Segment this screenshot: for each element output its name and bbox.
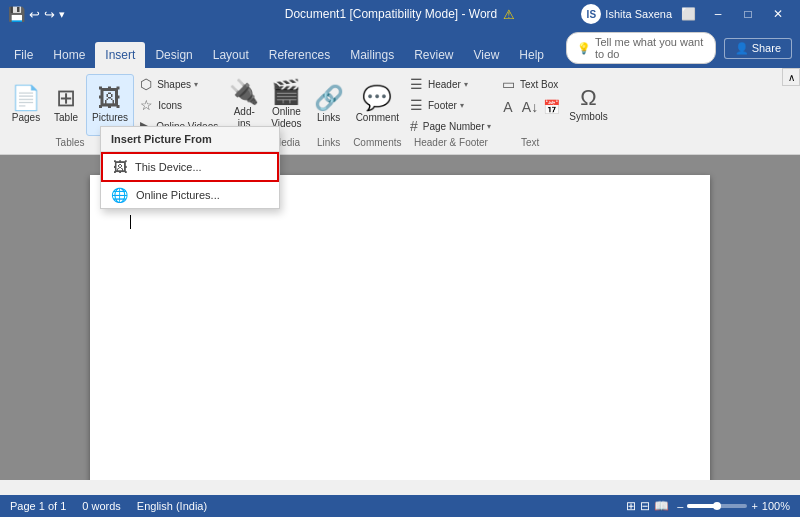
online-pictures-icon: 🌐 — [111, 187, 128, 203]
tab-references[interactable]: References — [259, 42, 340, 68]
tab-file[interactable]: File — [4, 42, 43, 68]
status-bar-right: ⊞ ⊟ 📖 – + 100% — [626, 499, 790, 513]
tab-layout[interactable]: Layout — [203, 42, 259, 68]
shapes-icon: ⬡ — [140, 76, 152, 92]
tab-review[interactable]: Review — [404, 42, 463, 68]
zoom-level: 100% — [762, 500, 790, 512]
restore-btn[interactable]: □ — [734, 0, 762, 28]
header-button[interactable]: ☰ Header ▾ — [406, 74, 496, 94]
group-header-footer-label: Header & Footer — [406, 137, 496, 148]
online-pictures-label: Online Pictures... — [136, 189, 220, 201]
icons-icon: ☆ — [140, 97, 153, 113]
customize-icon[interactable]: ▾ — [59, 8, 65, 21]
tab-help[interactable]: Help — [509, 42, 554, 68]
table-button[interactable]: ⊞ Table — [48, 74, 84, 136]
icons-button[interactable]: ☆ Icons — [136, 95, 216, 115]
video-icon: 🎬 — [271, 80, 301, 104]
tab-mailings[interactable]: Mailings — [340, 42, 404, 68]
minimize-btn[interactable]: – — [704, 0, 732, 28]
footer-arrow: ▾ — [460, 101, 464, 110]
title-bar-right: IS Ishita Saxena ⬜ – □ ✕ — [581, 0, 792, 28]
tab-insert[interactable]: Insert — [95, 42, 145, 68]
table-icon: ⊞ — [56, 86, 76, 110]
tab-home[interactable]: Home — [43, 42, 95, 68]
dropcap-button[interactable]: A↓ — [520, 97, 540, 117]
pages-button[interactable]: 📄 Pages — [6, 74, 46, 136]
group-links: 🔗 Links Links — [309, 72, 349, 150]
text-format-button[interactable]: A — [498, 97, 518, 117]
web-view-icon[interactable]: ⊟ — [640, 499, 650, 513]
tell-me-text: Tell me what you want to do — [595, 36, 705, 60]
shapes-arrow: ▾ — [194, 80, 198, 89]
status-bar: Page 1 of 1 0 words English (India) ⊞ ⊟ … — [0, 495, 800, 517]
zoom-out-icon[interactable]: – — [677, 500, 683, 512]
footer-icon: ☰ — [410, 97, 423, 113]
tell-me-input[interactable]: 💡 Tell me what you want to do — [566, 32, 716, 64]
group-text-label: Text — [498, 137, 562, 148]
comment-button[interactable]: 💬 Comment — [351, 74, 404, 136]
page-number-icon: # — [410, 118, 418, 134]
comment-icon: 💬 — [362, 86, 392, 110]
text-cursor — [130, 215, 131, 229]
textbox-icon: ▭ — [502, 76, 515, 92]
dropdown-header: Insert Picture From — [101, 127, 279, 152]
group-comments: 💬 Comment Comments — [351, 72, 404, 150]
this-device-item[interactable]: 🖼 This Device... — [101, 152, 279, 182]
this-device-label: This Device... — [135, 161, 202, 173]
save-icon[interactable]: 💾 — [8, 6, 25, 22]
addins-icon: 🔌 — [229, 80, 259, 104]
online-pictures-item[interactable]: 🌐 Online Pictures... — [101, 182, 279, 208]
redo-icon[interactable]: ↪ — [44, 7, 55, 22]
page-number-button[interactable]: # Page Number ▾ — [406, 116, 496, 136]
links-button[interactable]: 🔗 Links — [309, 74, 349, 136]
ribbon-collapse-button[interactable]: ∧ — [782, 68, 800, 86]
print-view-icon[interactable]: ⊞ — [626, 499, 636, 513]
group-comments-label: Comments — [351, 137, 404, 148]
footer-button[interactable]: ☰ Footer ▾ — [406, 95, 496, 115]
document-page[interactable] — [90, 175, 710, 480]
zoom-in-icon[interactable]: + — [751, 500, 757, 512]
links-icon: 🔗 — [314, 86, 344, 110]
ribbon-tabs: File Home Insert Design Layout Reference… — [0, 36, 558, 68]
title-bar: 💾 ↩ ↪ ▾ Document1 [Compatibility Mode] -… — [0, 0, 800, 28]
group-symbols: Ω Symbols — [564, 72, 612, 150]
symbols-button[interactable]: Ω Symbols — [564, 74, 612, 136]
tab-view[interactable]: View — [464, 42, 510, 68]
pictures-icon: 🖼 — [98, 86, 122, 110]
user-name: Ishita Saxena — [605, 8, 672, 20]
group-text: ▭ Text Box A A↓ 📅 Text — [498, 72, 562, 150]
ribbon-display-btn[interactable]: ⬜ — [674, 0, 702, 28]
header-icon: ☰ — [410, 76, 423, 92]
dropcap-icon: A↓ — [522, 99, 538, 115]
language: English (India) — [137, 500, 207, 512]
date-button[interactable]: 📅 — [542, 97, 562, 117]
shapes-button[interactable]: ⬡ Shapes ▾ — [136, 74, 216, 94]
textbox-button[interactable]: ▭ Text Box — [498, 74, 562, 94]
page-count: Page 1 of 1 — [10, 500, 66, 512]
text-format-icon: A — [503, 99, 512, 115]
share-label: Share — [752, 42, 781, 54]
symbols-icon: Ω — [580, 87, 596, 109]
zoom-slider[interactable]: – + 100% — [677, 500, 790, 512]
header-arrow: ▾ — [464, 80, 468, 89]
group-links-label: Links — [309, 137, 349, 148]
date-icon: 📅 — [543, 99, 560, 115]
page-number-arrow: ▾ — [487, 122, 491, 131]
title-bar-center: Document1 [Compatibility Mode] - Word ⚠ — [285, 7, 516, 22]
read-view-icon[interactable]: 📖 — [654, 499, 669, 513]
tab-design[interactable]: Design — [145, 42, 202, 68]
user-avatar: IS — [581, 4, 601, 24]
title-bar-left: 💾 ↩ ↪ ▾ — [8, 6, 65, 22]
word-count: 0 words — [82, 500, 121, 512]
warning-icon: ⚠ — [503, 7, 515, 22]
pages-icon: 📄 — [11, 86, 41, 110]
search-icon: 💡 — [577, 42, 591, 55]
user-section[interactable]: IS Ishita Saxena — [581, 4, 672, 24]
view-icons: ⊞ ⊟ 📖 — [626, 499, 669, 513]
close-btn[interactable]: ✕ — [764, 0, 792, 28]
share-button[interactable]: 👤 Share — [724, 38, 792, 59]
undo-icon[interactable]: ↩ — [29, 7, 40, 22]
share-icon: 👤 — [735, 42, 749, 55]
document-title: Document1 [Compatibility Mode] - Word — [285, 7, 498, 21]
device-icon: 🖼 — [113, 159, 127, 175]
